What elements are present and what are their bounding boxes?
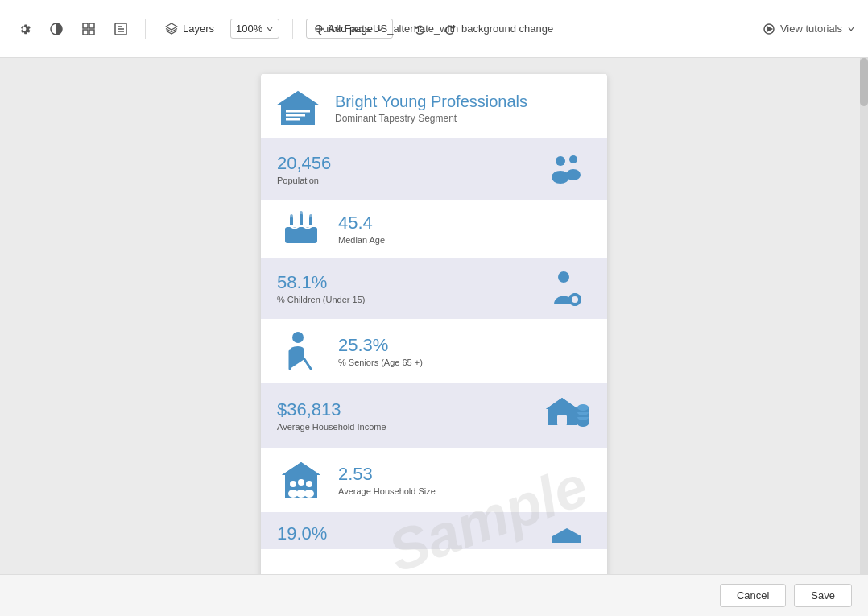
stat-value-income: $36,813 (277, 399, 530, 420)
svg-rect-30 (285, 227, 317, 243)
zoom-value: 100% (236, 23, 262, 35)
stat-label-children: % Children (Under 15) (277, 295, 530, 304)
play-circle-icon (763, 23, 775, 35)
stat-value-last: 19.0% (277, 523, 530, 544)
svg-point-23 (566, 169, 581, 180)
stat-row-income: $36,813 Average Household Income (261, 383, 607, 448)
grid-button[interactable] (77, 18, 100, 40)
export-button[interactable] (110, 18, 132, 40)
card-header: Bright Young Professionals Dominant Tape… (261, 74, 607, 138)
last-icon (543, 527, 591, 543)
household-size-icon (277, 459, 325, 501)
save-button[interactable]: Save (794, 584, 852, 607)
svg-rect-18 (286, 114, 305, 117)
stat-row-hhsize: 2.53 Average Household Size (261, 448, 607, 512)
svg-rect-3 (83, 30, 88, 35)
gear-icon (17, 22, 31, 36)
contrast-icon (49, 22, 64, 36)
toolbar-divider2 (292, 19, 293, 39)
zoom-dropdown[interactable]: 100% (230, 19, 279, 39)
stat-value-seniors: 25.3% (338, 335, 591, 356)
layers-button[interactable]: Layers (159, 19, 221, 39)
view-tutorials-label: View tutorials (780, 23, 842, 35)
stat-text-population: 20,456 Population (277, 153, 530, 185)
svg-rect-2 (89, 23, 94, 28)
svg-rect-44 (557, 415, 567, 425)
svg-rect-25 (300, 214, 303, 225)
info-card: Sample Bright Young Pro (261, 74, 607, 600)
cancel-button[interactable]: Cancel (720, 584, 786, 607)
svg-marker-12 (767, 27, 771, 31)
svg-rect-62 (552, 536, 581, 543)
svg-marker-61 (552, 528, 581, 536)
header-text: Bright Young Professionals Dominant Tape… (335, 93, 527, 124)
view-tutorials-button[interactable]: View tutorials (763, 23, 855, 35)
children-icon (543, 269, 591, 308)
svg-rect-17 (286, 110, 310, 113)
stat-label-hhsize: Average Household Size (338, 486, 591, 496)
svg-line-39 (304, 359, 311, 369)
population-icon (543, 150, 591, 188)
settings-button[interactable] (13, 18, 35, 40)
svg-point-55 (290, 481, 296, 487)
svg-rect-37 (579, 298, 581, 301)
stat-value-population: 20,456 (277, 153, 530, 174)
export-icon (114, 22, 128, 36)
main-area: Sample Bright Young Pro (0, 58, 868, 616)
svg-rect-4 (89, 30, 94, 35)
income-icon (543, 395, 591, 436)
stat-row-population: 20,456 Population (261, 138, 607, 200)
layers-icon (165, 23, 178, 35)
svg-point-29 (309, 214, 312, 219)
stat-text-hhsize: 2.53 Average Household Size (338, 464, 591, 496)
toolbar-divider (145, 19, 146, 39)
stat-label-income: Average Household Income (277, 422, 530, 432)
svg-point-38 (292, 332, 304, 343)
stat-value-hhsize: 2.53 (338, 464, 591, 485)
house-lines-icon (275, 89, 320, 127)
svg-point-60 (304, 490, 314, 498)
stat-text-last: 19.0% (277, 523, 530, 546)
stat-text-children: 58.1% % Children (Under 15) (277, 272, 530, 304)
svg-rect-35 (573, 304, 577, 306)
stat-row-seniors: 25.3% % Seniors (Age 65 +) (261, 319, 607, 383)
svg-point-22 (569, 155, 577, 163)
stat-label-seniors: % Seniors (Age 65 +) (338, 358, 591, 367)
svg-rect-36 (568, 298, 571, 301)
svg-point-27 (290, 214, 293, 219)
svg-point-59 (306, 481, 312, 487)
svg-point-28 (300, 211, 303, 216)
svg-rect-19 (286, 118, 300, 121)
stat-value-children: 58.1% (277, 272, 530, 293)
stat-row-children: 58.1% % Children (Under 15) (261, 258, 607, 319)
seniors-icon (277, 330, 325, 372)
contrast-button[interactable] (45, 18, 68, 40)
stat-value-age: 45.4 (338, 213, 591, 234)
header-icon (274, 89, 322, 127)
page-title: Quick Facts US_alternate_with background… (315, 23, 553, 35)
stat-row-last: 19.0% (261, 512, 607, 549)
stat-label-age: Median Age (338, 235, 591, 245)
top-bar: Layers 100% Add page (0, 0, 868, 58)
svg-marker-53 (282, 462, 320, 475)
median-age-icon (277, 211, 325, 246)
scrollbar-thumb[interactable] (860, 58, 868, 106)
svg-point-51 (577, 404, 589, 411)
layers-label: Layers (183, 23, 214, 35)
stat-text-seniors: 25.3% % Seniors (Age 65 +) (338, 335, 591, 367)
svg-point-57 (298, 479, 304, 486)
chevron-down-icon (266, 25, 274, 33)
chevron-down-icon3 (847, 25, 855, 33)
scrollbar-track[interactable] (860, 58, 868, 616)
grid-icon (81, 22, 96, 36)
svg-marker-42 (546, 398, 578, 409)
bottom-bar: Cancel Save (0, 574, 868, 616)
stat-text-income: $36,813 Average Household Income (277, 399, 530, 432)
svg-point-31 (558, 271, 569, 283)
svg-point-33 (572, 296, 578, 303)
card-subtitle: Dominant Tapestry Segment (335, 113, 527, 124)
stat-row-age: 45.4 Median Age (261, 200, 607, 258)
stat-label-population: Population (277, 176, 530, 185)
card-title: Bright Young Professionals (335, 93, 527, 111)
svg-rect-34 (573, 293, 577, 296)
